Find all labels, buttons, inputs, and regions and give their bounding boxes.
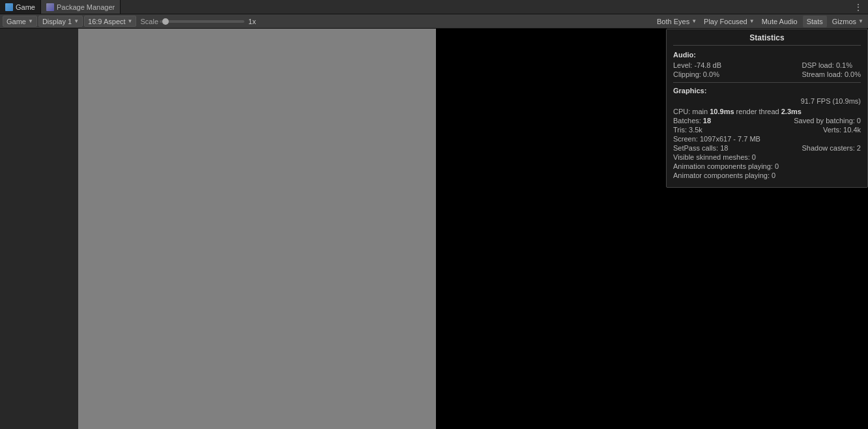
- tris-text: Tris: 3.5k: [673, 126, 702, 134]
- visible-skinned-text: Visible skinned meshes: 0: [673, 153, 756, 161]
- toolbar-right: Both Eyes ▼ Play Focused ▼ Mute Audio St…: [653, 16, 865, 27]
- both-eyes-label: Both Eyes: [657, 18, 689, 25]
- package-icon: [46, 3, 54, 11]
- tab-game[interactable]: Game: [0, 0, 41, 14]
- animation-components-text: Animation components playing: 0: [673, 162, 779, 170]
- dsp-load-text: DSP load: 0.1%: [802, 61, 861, 69]
- tab-bar-left: Game Package Manager: [0, 0, 121, 14]
- aspect-dropdown[interactable]: 16:9 Aspect ▼: [84, 16, 136, 27]
- batches-text: Batches: 18: [673, 117, 711, 125]
- game-dropdown-arrow: ▼: [28, 18, 33, 24]
- scale-value: 1x: [248, 18, 256, 25]
- statistics-panel: Statistics Audio: Level: -74.8 dB Clippi…: [666, 29, 868, 188]
- cpu-render-value: 2.3ms: [781, 108, 802, 115]
- stats-button[interactable]: Stats: [803, 16, 827, 27]
- clipping-text: Clipping: 0.0%: [673, 70, 721, 78]
- stats-title: Statistics: [673, 33, 861, 46]
- screen-row: Screen: 1097x617 - 7.7 MB: [673, 135, 861, 143]
- play-focused-label: Play Focused: [704, 18, 747, 25]
- setpass-row: SetPass calls: 18 Shadow casters: 2: [673, 144, 861, 152]
- cpu-render-label: render thread: [734, 108, 781, 115]
- scale-label: Scale: [140, 18, 158, 25]
- game-dropdown[interactable]: Game ▼: [3, 16, 37, 27]
- game-dropdown-label: Game: [7, 18, 26, 25]
- mute-audio-label: Mute Audio: [762, 18, 798, 25]
- animation-components-row: Animation components playing: 0: [673, 162, 861, 170]
- saved-batching-text: Saved by batching: 0: [794, 117, 861, 125]
- visible-skinned-row: Visible skinned meshes: 0: [673, 153, 861, 161]
- batches-row: Batches: 18 Saved by batching: 0: [673, 117, 861, 125]
- stats-label: Stats: [807, 18, 823, 25]
- toolbar: Game ▼ Display 1 ▼ 16:9 Aspect ▼ Scale 1…: [0, 14, 868, 29]
- game-icon: [5, 3, 13, 11]
- scale-thumb: [162, 18, 169, 25]
- game-view: [78, 29, 436, 429]
- main-area: Statistics Audio: Level: -74.8 dB Clippi…: [0, 29, 868, 429]
- tab-bar: Game Package Manager ⋮: [0, 0, 868, 14]
- aspect-dropdown-label: 16:9 Aspect: [88, 18, 126, 25]
- scale-group: Scale 1x: [139, 18, 255, 25]
- stats-divider-1: [673, 82, 861, 83]
- audio-section-label: Audio:: [673, 51, 861, 59]
- audio-row-1: Level: -74.8 dB Clipping: 0.0% DSP load:…: [673, 61, 861, 78]
- gizmos-button[interactable]: Gizmos ▼: [828, 16, 865, 27]
- graphics-section-label: Graphics:: [673, 87, 861, 95]
- viewport: Statistics Audio: Level: -74.8 dB Clippi…: [78, 29, 868, 429]
- display-dropdown-label: Display 1: [42, 18, 72, 25]
- mute-audio-button[interactable]: Mute Audio: [758, 16, 802, 27]
- cpu-main-value: 10.9ms: [710, 108, 734, 115]
- setpass-text: SetPass calls: 18: [673, 144, 728, 152]
- level-text: Level: -74.8 dB: [673, 61, 721, 69]
- tab-game-label: Game: [16, 3, 35, 11]
- cpu-main-label: CPU: main: [673, 108, 710, 115]
- left-sidebar: [0, 29, 78, 429]
- tab-more-button[interactable]: ⋮: [851, 2, 865, 12]
- audio-col-right: DSP load: 0.1% Stream load: 0.0%: [802, 61, 861, 78]
- display-dropdown-arrow: ▼: [74, 18, 79, 24]
- tab-package-manager[interactable]: Package Manager: [41, 0, 121, 14]
- play-focused-arrow: ▼: [749, 18, 755, 24]
- gizmos-arrow: ▼: [858, 18, 863, 24]
- aspect-dropdown-arrow: ▼: [128, 18, 133, 24]
- gizmos-label: Gizmos: [832, 18, 856, 25]
- both-eyes-button[interactable]: Both Eyes ▼: [653, 16, 699, 27]
- verts-text: Verts: 10.4k: [823, 126, 861, 134]
- animator-components-row: Animator components playing: 0: [673, 171, 861, 179]
- shadow-casters-text: Shadow casters: 2: [802, 144, 861, 152]
- audio-col-left: Level: -74.8 dB Clipping: 0.0%: [673, 61, 721, 78]
- cpu-row: CPU: main 10.9ms render thread 2.3ms: [673, 108, 861, 115]
- fps-text: 91.7 FPS (10.9ms): [673, 97, 861, 105]
- display-group: Game ▼ Display 1 ▼ 16:9 Aspect ▼: [3, 16, 136, 27]
- both-eyes-arrow: ▼: [691, 18, 697, 24]
- scale-slider[interactable]: [160, 20, 244, 23]
- animator-components-text: Animator components playing: 0: [673, 171, 775, 179]
- tab-bar-right: ⋮: [851, 2, 868, 12]
- tris-row: Tris: 3.5k Verts: 10.4k: [673, 126, 861, 134]
- display-dropdown[interactable]: Display 1 ▼: [38, 16, 83, 27]
- screen-text: Screen: 1097x617 - 7.7 MB: [673, 135, 760, 143]
- play-focused-button[interactable]: Play Focused ▼: [700, 16, 757, 27]
- tab-package-manager-label: Package Manager: [57, 3, 115, 11]
- viewport-inner: Statistics Audio: Level: -74.8 dB Clippi…: [78, 29, 868, 429]
- black-area: Statistics Audio: Level: -74.8 dB Clippi…: [436, 29, 868, 429]
- stream-load-text: Stream load: 0.0%: [802, 70, 861, 78]
